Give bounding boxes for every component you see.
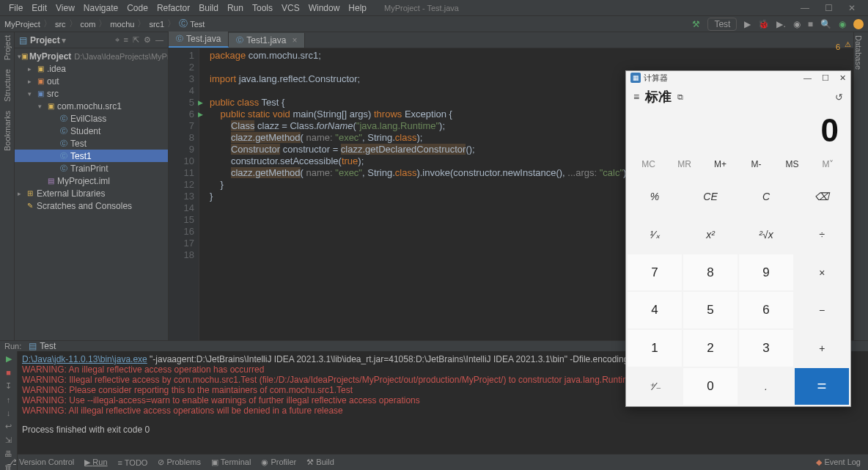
build-button[interactable]: ⚒ Build (306, 458, 334, 467)
stop-icon[interactable]: ■ (6, 368, 11, 377)
calc-key-+[interactable]: + (795, 330, 849, 367)
calc-key-7[interactable]: 7 (628, 254, 682, 291)
calc-key-2[interactable]: 2 (683, 330, 738, 367)
menu-build[interactable]: Build (194, 3, 223, 13)
settings-icon[interactable]: ⚙ (144, 35, 151, 45)
calculator-window[interactable]: ▦ 计算器 — ☐ ✕ ≡ 标准 ⧉ ↺ 0 MC MR M+ M- MS M˅… (625, 70, 851, 407)
menu-vcs[interactable]: VCS (277, 3, 304, 13)
ide-icon[interactable]: ◉ (839, 19, 846, 29)
menu-run[interactable]: Run (223, 3, 248, 13)
eventlog-button[interactable]: ◆ Event Log (816, 458, 861, 467)
terminal-button[interactable]: ▣ Terminal (211, 458, 251, 467)
hamburger-icon[interactable]: ≡ (633, 91, 639, 103)
calc-key-−[interactable]: − (795, 292, 849, 328)
maximize-icon[interactable]: ☐ (817, 3, 840, 13)
menu-edit[interactable]: Edit (27, 3, 51, 13)
calc-key-3[interactable]: 3 (739, 330, 793, 367)
menu-window[interactable]: Window (304, 3, 345, 13)
profile-icon[interactable]: ◉ (793, 19, 801, 29)
run-button[interactable]: ▶ Run (84, 458, 107, 467)
stop-icon[interactable]: ■ (808, 19, 813, 29)
profiler-button[interactable]: ◉ Profiler (261, 458, 296, 467)
calc-key-5[interactable]: 5 (683, 292, 738, 328)
calc-key-²√x[interactable]: ²√x (739, 216, 793, 253)
down-icon[interactable]: ↓ (7, 408, 11, 417)
calc-key-0[interactable]: 0 (683, 368, 738, 405)
crumb-project[interactable]: MyProject (4, 20, 40, 29)
coverage-icon[interactable]: ▶. (776, 19, 785, 29)
keep-on-top-icon[interactable]: ⧉ (677, 92, 683, 102)
todo-button[interactable]: ≡ TODO (118, 458, 148, 467)
menu-navigate[interactable]: Navigate (79, 3, 122, 13)
calc-key-9[interactable]: 9 (739, 254, 793, 291)
menu-file[interactable]: File (4, 3, 27, 13)
run-gutter-icon[interactable]: ▶ (198, 109, 203, 120)
build-icon[interactable]: ⚒ (692, 19, 700, 29)
avatar-icon[interactable] (853, 19, 864, 29)
calc-mv[interactable]: M˅ (810, 159, 846, 177)
search-icon[interactable]: 🔍 (820, 19, 831, 29)
menu-help[interactable]: Help (344, 3, 371, 13)
calc-titlebar[interactable]: ▦ 计算器 — ☐ ✕ (626, 71, 850, 84)
run-config-select[interactable]: Test (707, 18, 737, 31)
calc-key-CE[interactable]: CE (683, 178, 738, 215)
up-icon[interactable]: ↑ (7, 395, 11, 404)
problems-button[interactable]: ⊘ Problems (158, 458, 201, 467)
scroll-icon[interactable]: ⇲ (5, 436, 12, 445)
calc-key-.[interactable]: . (739, 368, 793, 405)
debug-icon[interactable]: 🐞 (758, 19, 769, 29)
calc-key-×[interactable]: × (795, 254, 849, 291)
crumb-com[interactable]: com (81, 20, 96, 29)
calc-mminus[interactable]: M- (738, 159, 774, 177)
run-icon[interactable]: ▶ (744, 19, 751, 29)
calc-key-4[interactable]: 4 (628, 292, 682, 328)
calc-key-¹⁄ₓ[interactable]: ¹⁄ₓ (628, 216, 682, 253)
database-tool-button[interactable]: Database (854, 35, 863, 70)
expand-all-icon[interactable]: ≡ (124, 35, 128, 45)
calc-key-⁺⁄₋[interactable]: ⁺⁄₋ (628, 368, 682, 405)
project-tree[interactable]: ▾▣MyProjectD:\Java\IdeaProjects\MyProjec… (15, 48, 168, 340)
calc-mc[interactable]: MC (630, 159, 666, 177)
calc-key-⌫[interactable]: ⌫ (795, 178, 849, 215)
gutter[interactable]: 1234 5▶ 6▶ 789101112131415161718 (169, 48, 199, 340)
hide-icon[interactable]: — (155, 35, 163, 45)
warning-icon[interactable]: ⚠ (845, 40, 853, 49)
calc-key-6[interactable]: 6 (739, 292, 793, 328)
run-tab[interactable]: Test (40, 341, 56, 351)
crumb-src1[interactable]: src1 (149, 20, 164, 29)
calc-key-8[interactable]: 8 (683, 254, 738, 291)
structure-tool-button[interactable]: Structure (3, 69, 12, 102)
menu-tools[interactable]: Tools (248, 3, 277, 13)
calc-minimize-icon[interactable]: — (803, 73, 812, 83)
bookmarks-tool-button[interactable]: Bookmarks (3, 111, 12, 151)
calc-maximize-icon[interactable]: ☐ (822, 73, 829, 83)
menu-refactor[interactable]: Refactor (152, 3, 194, 13)
exit-icon[interactable]: ↧ (5, 381, 12, 391)
close-icon[interactable]: ✕ (840, 3, 864, 13)
tab-test1-java[interactable]: ⒸTest1.java× (229, 33, 305, 48)
tab-test-java[interactable]: ⒸTest.java (169, 32, 229, 48)
calc-key-%[interactable]: % (628, 178, 682, 215)
calc-ms[interactable]: MS (774, 159, 810, 177)
rerun-icon[interactable]: ▶ (6, 354, 12, 364)
history-icon[interactable]: ↺ (835, 92, 843, 103)
calc-key-1[interactable]: 1 (628, 330, 682, 367)
calc-mr[interactable]: MR (666, 159, 702, 177)
calc-mplus[interactable]: M+ (702, 159, 738, 177)
project-tool-button[interactable]: Project (3, 35, 12, 60)
calc-close-icon[interactable]: ✕ (839, 73, 846, 83)
calc-key-=[interactable]: = (795, 368, 849, 405)
crumb-mochu[interactable]: mochu (110, 20, 134, 29)
calc-key-C[interactable]: C (739, 178, 793, 215)
run-gutter-icon[interactable]: ▶ (198, 97, 203, 109)
vcs-button[interactable]: ⎇ Version Control (7, 458, 74, 467)
minimize-icon[interactable]: — (793, 3, 817, 13)
menu-code[interactable]: Code (122, 3, 152, 13)
collapse-all-icon[interactable]: ⇱ (133, 35, 139, 45)
select-opened-icon[interactable]: ⌖ (115, 35, 119, 45)
menu-view[interactable]: View (51, 3, 79, 13)
crumb-test[interactable]: Test (190, 20, 205, 29)
softwrap-icon[interactable]: ↩ (5, 422, 12, 431)
calc-key-x²[interactable]: x² (683, 216, 738, 253)
calc-key-÷[interactable]: ÷ (795, 216, 849, 253)
